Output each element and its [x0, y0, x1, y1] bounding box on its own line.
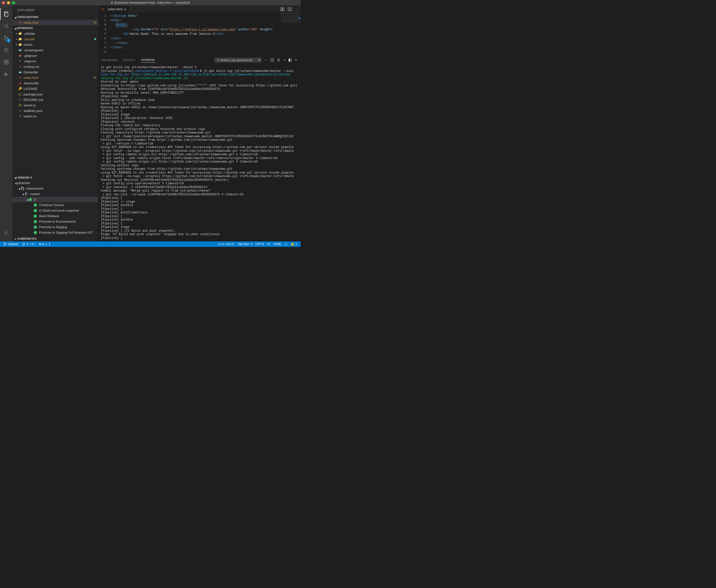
svg-point-7: [5, 49, 7, 51]
file-item[interactable]: ⓘREADME.md: [13, 97, 98, 102]
editor-actions: ···: [278, 5, 301, 13]
svg-rect-10: [4, 60, 6, 62]
svg-rect-14: [4, 74, 5, 75]
ruler-mark: [299, 17, 300, 19]
more-actions-icon[interactable]: ···: [295, 7, 298, 11]
file-item[interactable]: ≡.stignore: [13, 58, 98, 64]
panel-tab-problems[interactable]: PROBLEMS: [102, 58, 118, 63]
success-icon: ✓: [34, 209, 37, 212]
terminal-content[interactable]: jx get build log jstrachan/cbawesome/mas…: [98, 64, 301, 241]
file-item[interactable]: ◆.gitignore: [13, 53, 98, 58]
pipeline-stage[interactable]: ✓Checkout Source: [13, 202, 98, 208]
split-editor-icon[interactable]: [288, 7, 292, 11]
sidebar: EXPLORER ◢ OPEN EDITORS <>index.htmlM ◢ …: [13, 5, 98, 241]
eol[interactable]: LF: [265, 243, 272, 246]
open-editors-section[interactable]: ◢ OPEN EDITORS: [13, 14, 98, 20]
docker-view-button[interactable]: [0, 68, 13, 80]
file-item[interactable]: ◉Jenkinsfile: [13, 80, 98, 86]
file-item[interactable]: <>index.htmlM: [13, 75, 98, 80]
language-mode[interactable]: HTML: [272, 243, 283, 246]
file-item[interactable]: 🐳Dockerfile: [13, 69, 98, 75]
panel-tabs: PROBLEMS OUTPUT TERMINAL ··· 2: Jenkins …: [98, 56, 301, 64]
sync-status[interactable]: 0↓ 0↑: [20, 241, 37, 247]
encoding[interactable]: UTF-8: [254, 243, 265, 246]
folder-item[interactable]: ▸📁charts: [13, 42, 98, 47]
svg-point-19: [25, 193, 26, 193]
file-item[interactable]: 🔑LICENSE: [13, 86, 98, 91]
tree-label: 3: [34, 197, 36, 201]
file-item[interactable]: ≡skaffold.yaml: [13, 108, 98, 113]
file-item[interactable]: { }package.json: [13, 91, 98, 97]
kubernetes-section[interactable]: ▸ KUBERNETES: [13, 236, 98, 241]
status-dot: [94, 38, 96, 40]
branch-icon: [24, 192, 28, 196]
build-node[interactable]: ◢✓3: [13, 197, 98, 202]
pipeline-stage[interactable]: ✓Promote to Staging Pull Request #37: [13, 230, 98, 235]
close-panel-icon[interactable]: ✕: [295, 58, 297, 62]
pipeline-stage[interactable]: ✓Build Release: [13, 213, 98, 219]
tab-size[interactable]: Tab Size: 4: [236, 243, 254, 246]
panel-tab-terminal[interactable]: TERMINAL: [141, 57, 156, 63]
cursor-position[interactable]: Ln 3, Col 11: [217, 243, 236, 246]
svg-point-5: [4, 39, 6, 41]
titlebar: ⚙ [Extension Development Host] - index.h…: [0, 0, 301, 5]
file-item[interactable]: 🐳.dockerignore: [13, 47, 98, 53]
file-label: index.html: [23, 21, 38, 24]
panel-tab-more[interactable]: ···: [161, 58, 164, 63]
close-tab-button[interactable]: ×: [124, 7, 126, 11]
editor-area[interactable]: 123456789 <!doctype html><html> <body> <…: [98, 13, 301, 56]
file-label: README.md: [23, 98, 43, 102]
problems-status[interactable]: ⊗0 ⚠1: [37, 241, 52, 247]
github-icon: [21, 187, 24, 191]
settings-button[interactable]: [0, 227, 13, 239]
compare-changes-icon[interactable]: [280, 7, 284, 11]
terminal-up-icon[interactable]: ∧: [283, 58, 285, 62]
file-label: .stfolder: [23, 32, 35, 36]
git-branch-status[interactable]: cheese*: [2, 241, 20, 247]
file-item[interactable]: ≡curlloop.sh: [13, 64, 98, 69]
file-label: .stignore: [23, 59, 36, 63]
chevron-down-icon: ◢: [14, 176, 18, 179]
new-terminal-icon[interactable]: ＋: [265, 58, 267, 62]
file-item[interactable]: JSserver.js: [13, 102, 98, 108]
file-item[interactable]: ≡watch.sh: [13, 113, 98, 119]
open-editor-item[interactable]: <>index.htmlM: [13, 20, 98, 25]
file-label: package.json: [23, 92, 43, 96]
extensions-view-button[interactable]: [0, 56, 13, 68]
pipeline-stage[interactable]: ✓Promote to Environments: [13, 219, 98, 224]
code-content[interactable]: <!doctype html><html> <body> <img border…: [110, 13, 301, 56]
jenkinsx-section[interactable]: ◢ JENKINS X: [13, 175, 98, 180]
svg-rect-13: [6, 62, 8, 64]
html-file-icon: <>: [101, 7, 105, 11]
jenkins-user[interactable]: ◢jstrachan: [13, 180, 98, 186]
success-icon: ✓: [34, 214, 37, 218]
tree-label: jstrachan: [17, 181, 30, 185]
folder-item[interactable]: ▸📁.vscode: [13, 36, 98, 42]
tab-index-html[interactable]: <> index.html ×: [98, 5, 129, 13]
success-icon: ✓: [34, 231, 37, 234]
feedback-icon[interactable]: ☺: [283, 243, 289, 246]
bottom-panel: PROBLEMS OUTPUT TERMINAL ··· 2: Jenkins …: [98, 56, 301, 241]
split-terminal-icon[interactable]: [270, 58, 274, 62]
branch-node[interactable]: ◢master: [13, 191, 98, 197]
explorer-view-button[interactable]: [0, 8, 13, 20]
maximize-panel-icon[interactable]: [288, 58, 292, 62]
svg-rect-12: [4, 62, 6, 64]
debug-view-button[interactable]: [0, 44, 13, 56]
kill-terminal-icon[interactable]: [277, 58, 280, 62]
file-label: index.html: [23, 76, 38, 80]
workspace-section[interactable]: ◢ MYNODE10: [13, 25, 98, 31]
pipeline-stage[interactable]: ✓Promote to Staging: [13, 224, 98, 230]
panel-tab-output[interactable]: OUTPUT: [123, 58, 135, 63]
svg-rect-35: [289, 59, 290, 61]
jenkins-repo[interactable]: ◢cbawesome: [13, 186, 98, 191]
search-view-button[interactable]: [0, 20, 13, 32]
tree-label: master: [30, 192, 40, 196]
terminal-selector[interactable]: 2: Jenkins Log: jstrachan/cba: [214, 58, 262, 63]
svg-rect-11: [6, 60, 8, 62]
pipeline-stage[interactable]: ✓CI Build and push snapshot: [13, 208, 98, 213]
scm-view-button[interactable]: 2: [0, 32, 13, 44]
notifications-icon[interactable]: 🔔1: [289, 243, 299, 246]
folder-item[interactable]: ▸📁.stfolder: [13, 31, 98, 36]
chevron-down-icon: ◢: [14, 16, 18, 19]
